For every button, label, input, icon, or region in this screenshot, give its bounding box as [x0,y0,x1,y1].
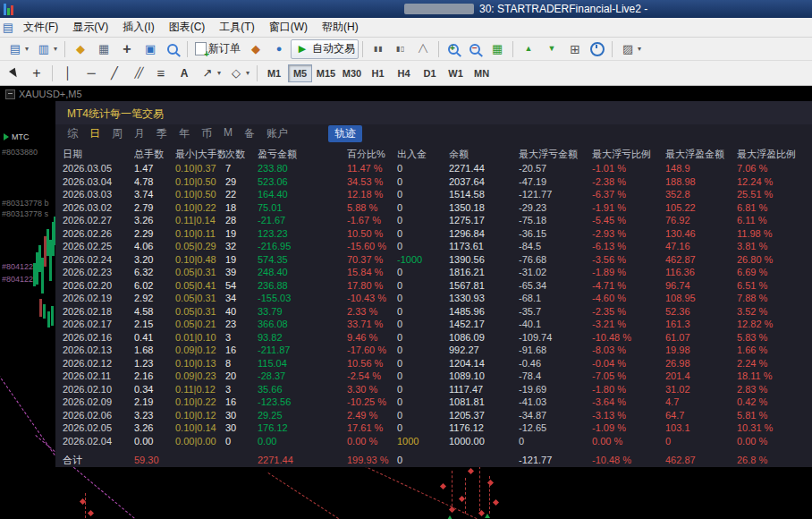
terminal-button[interactable] [139,39,162,59]
table-row[interactable]: 2026.02.192.920.05|0.3134-155.03-10.43 %… [55,292,812,305]
metaeditor-button[interactable] [244,39,267,59]
scroll-to-end-button[interactable] [517,39,540,59]
chart-area[interactable]: XAUUSD+,M5 MTC #8033880#80313778 b#80313… [0,86,812,519]
panel-tab-10[interactable]: 账户 [266,126,288,141]
tile-windows-button[interactable] [486,39,509,59]
menu-file[interactable]: 文件(F) [16,17,65,38]
column-header[interactable]: 盈亏金额 [258,148,347,161]
table-row[interactable]: 2026.02.243.200.10|0.4819574.3570.37 %-1… [55,253,812,267]
table-cell: 0 [397,332,449,343]
table-row[interactable]: 2026.02.121.230.10|0.138115.0410.56 %012… [55,357,812,370]
chart-shift-button[interactable] [540,39,563,59]
table-row[interactable]: 2026.02.262.290.10|0.1119123.2310.50 %01… [55,227,812,241]
table-row[interactable]: 2026.02.206.020.05|0.4154236.8817.80 %01… [55,279,812,293]
panel-tab-7[interactable]: 币 [201,126,212,141]
zoom-in-button[interactable] [443,39,464,59]
table-row[interactable]: 2026.02.172.150.05|0.2123366.0833.71 %01… [55,318,812,331]
table-row[interactable]: 2026.02.273.260.11|0.1428-21.67-1.67 %01… [55,214,812,227]
column-header[interactable]: 最大浮亏比例 [592,148,665,161]
menu-help[interactable]: 帮助(H) [315,17,366,38]
arrow-tool-button[interactable]: ▾ [196,64,224,83]
panel-tab-3[interactable]: 周 [112,126,123,141]
table-row[interactable]: 2026.02.092.190.10|0.2216-123.56-10.25 %… [55,396,812,409]
table-cell: 2026.03.02 [63,202,134,213]
table-row[interactable]: 2026.02.112.160.09|0.2320-28.37-2.54 %01… [55,370,812,383]
table-row[interactable]: 2026.03.044.780.10|0.5029523.0634.53 %02… [55,175,812,189]
timeframe-mn[interactable]: MN [469,64,494,82]
panel-tab-9[interactable]: 备 [244,126,255,141]
profiles-button[interactable]: ▾ [32,39,61,59]
horizontal-line-button[interactable] [80,64,103,83]
column-header[interactable]: 余额 [449,148,519,161]
timeframe-h1[interactable]: H1 [366,64,390,82]
timeframe-h4[interactable]: H4 [392,64,416,82]
templates-button[interactable]: ▾ [616,39,645,59]
vertical-line-button[interactable] [56,64,80,83]
community-button[interactable] [267,39,291,59]
table-row[interactable]: 2026.02.063.230.10|0.123029.252.49 %0120… [55,409,812,422]
line-chart-toggle-button[interactable] [411,39,435,59]
timeframe-w1[interactable]: W1 [444,64,468,82]
timeframe-m15[interactable]: M15 [314,64,338,82]
zoom-out-button[interactable] [464,39,486,59]
menu-tools[interactable]: 工具(T) [212,17,261,38]
panel-tab-6[interactable]: 年 [179,126,190,141]
menu-insert[interactable]: 插入(I) [115,17,161,38]
table-cell: -4.60 % [592,293,665,303]
text-tool-button[interactable] [173,64,196,83]
new-order-button[interactable]: 新订单 [191,39,244,59]
data-window-button[interactable] [92,39,115,59]
panel-tab-4[interactable]: 月 [134,126,145,141]
menu-window[interactable]: 窗口(W) [262,17,315,38]
panel-tab-1[interactable]: 综 [67,126,78,141]
column-header[interactable]: 最大浮盈金额 [665,148,737,161]
timeframe-d1[interactable]: D1 [418,64,442,82]
table-row[interactable]: 2026.03.051.470.10|0.377233.8011.47 %022… [55,162,812,175]
column-header[interactable]: 总手数 [134,148,175,161]
new-window-button[interactable] [563,39,587,59]
column-header[interactable]: 最小|大手数 [175,148,225,161]
table-row[interactable]: 2026.02.160.410.01|0.10393.829.46 %01086… [55,331,812,345]
table-row[interactable]: 2026.02.254.060.05|0.2932-216.95-15.60 %… [55,240,812,253]
table-row[interactable]: 2026.02.236.320.05|0.3139248.4015.84 %01… [55,266,812,279]
channel-button[interactable] [126,64,149,83]
trendline-button[interactable] [103,64,126,83]
timeframe-m30[interactable]: M30 [340,64,364,82]
candlestick-toggle-button[interactable] [390,39,411,59]
column-header[interactable]: 最大浮亏金额 [519,148,592,161]
panel-tab-8[interactable]: M [224,126,233,141]
panel-tab-2[interactable]: 日 [89,126,100,141]
table-row[interactable]: 2026.02.040.000.00|0.0000.000.00 %100010… [55,435,812,448]
column-header[interactable]: 百分比% [347,148,397,161]
strategy-tester-button[interactable] [162,39,183,59]
cursor-button[interactable] [4,64,25,83]
track-tab[interactable]: 轨迹 [328,125,362,142]
panel-tab-5[interactable]: 季 [156,126,167,141]
crosshair-button[interactable] [25,64,48,83]
table-row[interactable]: 2026.02.053.260.10|0.1430176.1217.61 %01… [55,421,812,435]
menu-charts[interactable]: 图表(C) [162,17,213,38]
table-row[interactable]: 2026.03.022.790.10|0.221875.015.88 %0135… [55,201,812,215]
auto-trading-button[interactable]: 自动交易 [291,39,359,59]
timeframe-m5[interactable]: M5 [288,64,312,82]
table-row[interactable]: 2026.02.131.680.09|0.1216-211.87-17.60 %… [55,344,812,357]
column-header[interactable]: 次数 [225,148,258,161]
navigator-button[interactable] [115,39,139,59]
new-chart-button[interactable]: ▾ [4,39,32,59]
timeframe-m1[interactable]: M1 [262,64,286,82]
table-row[interactable]: 2026.02.184.580.05|0.314033.792.33 %0148… [55,305,812,319]
strategy-tester-icon [167,44,178,55]
column-header[interactable]: 最大浮盈比例 [737,148,812,161]
shapes-button[interactable]: ▾ [224,64,253,83]
chart-minimize-button[interactable] [5,89,15,99]
period-button[interactable] [587,39,608,59]
table-row[interactable]: 2026.02.100.340.11|0.12335.663.30 %01117… [55,383,812,396]
column-header[interactable]: 日期 [63,148,134,161]
column-header[interactable]: 出入金 [397,148,449,161]
bar-chart-toggle-button[interactable] [367,39,390,59]
market-watch-button[interactable] [69,39,92,59]
menu-view[interactable]: 显示(V) [65,17,115,38]
fibonacci-button[interactable] [149,64,173,83]
table-cell: 19 [225,254,258,265]
table-row[interactable]: 2026.03.033.740.10|0.5022164.4012.18 %01… [55,188,812,201]
